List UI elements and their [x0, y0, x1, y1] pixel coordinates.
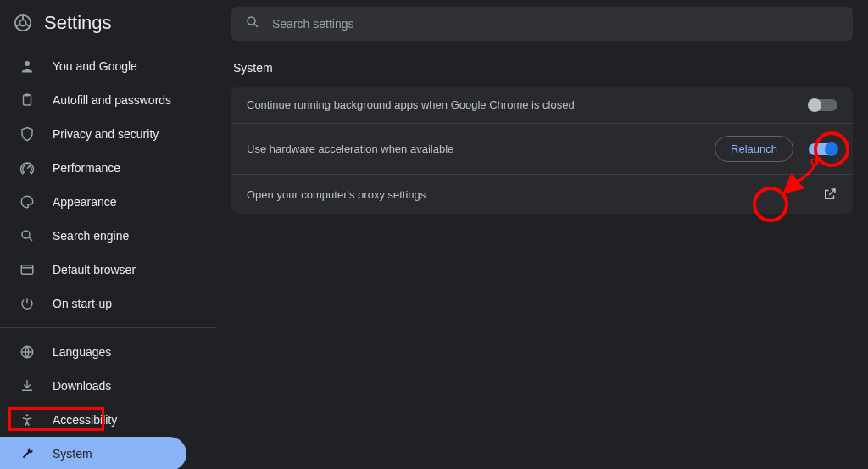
svg-rect-6	[21, 265, 33, 275]
toggle-background-apps[interactable]	[809, 99, 837, 111]
svg-point-9	[248, 17, 255, 25]
sidebar-item-you-and-google[interactable]: You and Google	[0, 49, 216, 83]
wrench-icon	[19, 445, 36, 462]
settings-title: Settings	[44, 12, 112, 34]
chrome-logo-icon	[14, 14, 32, 32]
clipboard-icon	[19, 92, 36, 109]
sidebar-item-label: Accessibility	[53, 413, 117, 427]
row-hardware-accel: Use hardware acceleration when available…	[231, 124, 853, 175]
svg-rect-3	[24, 95, 31, 105]
speed-icon	[19, 159, 36, 176]
power-icon	[19, 295, 36, 312]
sidebar-item-label: Languages	[53, 345, 111, 359]
section-title: System	[231, 61, 853, 75]
browser-icon	[19, 261, 36, 278]
sidebar-item-accessibility[interactable]: Accessibility	[0, 403, 216, 437]
palette-icon	[19, 193, 36, 210]
sidebar-item-default-browser[interactable]: Default browser	[0, 253, 216, 287]
search-bar[interactable]	[231, 7, 853, 41]
relaunch-button[interactable]: Relaunch	[715, 136, 793, 162]
svg-point-1	[19, 20, 25, 25]
search-icon	[245, 14, 260, 33]
toggle-hardware-accel[interactable]	[809, 143, 837, 155]
sidebar-item-autofill[interactable]: Autofill and passwords	[0, 83, 216, 117]
sidebar-item-languages[interactable]: Languages	[0, 335, 216, 369]
row-proxy-settings[interactable]: Open your computer's proxy settings	[231, 175, 853, 214]
globe-icon	[19, 343, 36, 360]
sidebar-item-performance[interactable]: Performance	[0, 151, 216, 185]
shield-icon	[19, 126, 36, 142]
sidebar-item-label: On start-up	[53, 297, 112, 310]
sidebar-item-label: Performance	[53, 161, 120, 175]
accessibility-icon	[19, 411, 36, 428]
svg-rect-4	[25, 94, 30, 97]
sidebar-item-downloads[interactable]: Downloads	[0, 369, 216, 403]
svg-point-2	[25, 61, 30, 66]
sidebar-item-label: Appearance	[53, 195, 117, 209]
sidebar-item-label: Privacy and security	[53, 127, 159, 141]
open-external-icon	[822, 187, 837, 202]
sidebar-divider	[0, 327, 216, 328]
main-content: System Continue running background apps …	[216, 0, 868, 469]
search-input[interactable]	[272, 17, 839, 31]
download-icon	[19, 377, 36, 394]
settings-header: Settings	[0, 12, 216, 49]
sidebar-item-label: Autofill and passwords	[53, 93, 171, 107]
sidebar-item-label: You and Google	[53, 59, 137, 73]
person-icon	[19, 58, 36, 75]
sidebar-item-label: Downloads	[53, 379, 111, 393]
sidebar-item-label: Default browser	[53, 263, 136, 276]
sidebar-item-label: Search engine	[53, 229, 129, 243]
system-card: Continue running background apps when Go…	[231, 87, 853, 214]
sidebar-item-label: System	[53, 447, 92, 461]
row-label: Continue running background apps when Go…	[247, 98, 575, 111]
svg-point-5	[22, 231, 30, 238]
search-icon	[19, 227, 36, 244]
row-label: Use hardware acceleration when available	[247, 142, 453, 155]
sidebar-item-system[interactable]: System	[0, 437, 186, 469]
sidebar-item-appearance[interactable]: Appearance	[0, 185, 216, 219]
svg-point-8	[26, 414, 29, 416]
sidebar: Settings You and Google Autofill and pas…	[0, 0, 216, 469]
row-background-apps: Continue running background apps when Go…	[231, 87, 853, 124]
row-label: Open your computer's proxy settings	[247, 188, 426, 201]
sidebar-item-search-engine[interactable]: Search engine	[0, 219, 216, 253]
sidebar-item-privacy[interactable]: Privacy and security	[0, 117, 216, 151]
sidebar-item-on-startup[interactable]: On start-up	[0, 287, 216, 321]
